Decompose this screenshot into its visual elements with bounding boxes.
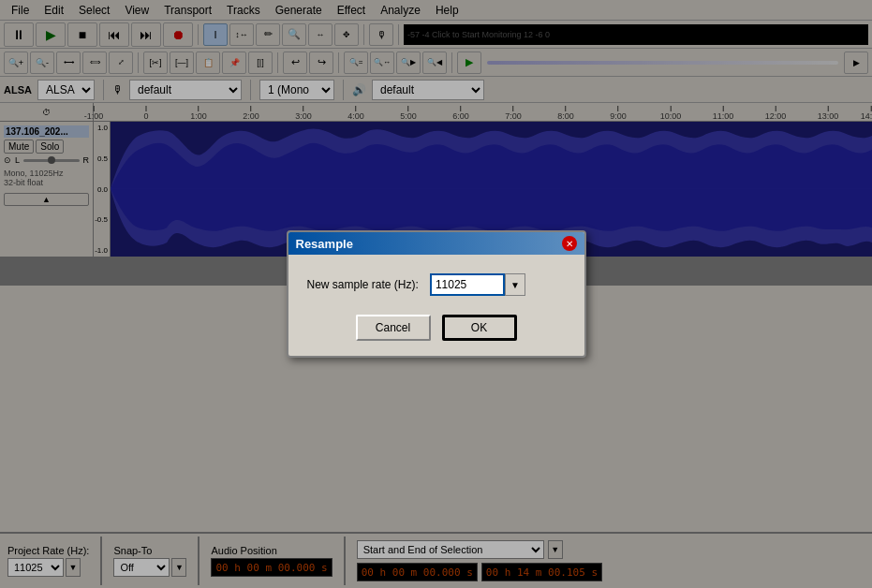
modal-title: Resample (296, 237, 353, 251)
modal-buttons: Cancel OK (307, 315, 566, 341)
sample-rate-dropdown-btn[interactable]: ▼ (505, 273, 525, 296)
modal-overlay: Resample ✕ New sample rate (Hz): ▼ Cance… (0, 0, 872, 588)
sample-rate-row: New sample rate (Hz): ▼ (307, 273, 566, 296)
cancel-button[interactable]: Cancel (356, 315, 431, 341)
modal-titlebar: Resample ✕ (288, 232, 584, 255)
modal-close-button[interactable]: ✕ (562, 236, 577, 251)
ok-button[interactable]: OK (442, 315, 517, 341)
sample-rate-label: New sample rate (Hz): (307, 278, 419, 291)
modal-body: New sample rate (Hz): ▼ Cancel OK (288, 255, 584, 356)
sample-rate-input-group: ▼ (430, 273, 525, 296)
sample-rate-input[interactable] (430, 273, 505, 296)
resample-dialog: Resample ✕ New sample rate (Hz): ▼ Cance… (287, 230, 586, 358)
